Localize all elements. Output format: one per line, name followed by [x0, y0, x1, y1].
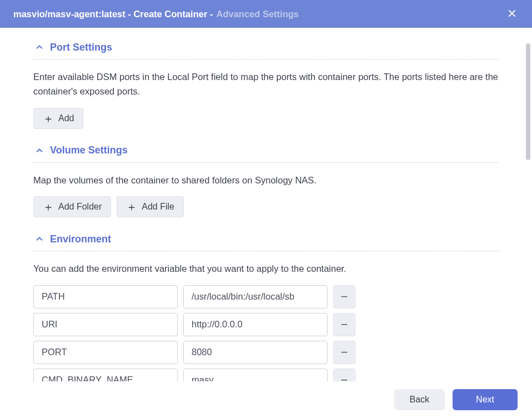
chevron-up-icon	[33, 233, 46, 245]
env-key-input[interactable]	[33, 285, 178, 308]
environment-section: Environment You can add the environment …	[33, 233, 499, 381]
plus-icon: ＋	[43, 113, 54, 124]
environment-title: Environment	[50, 233, 111, 245]
add-port-button[interactable]: ＋ Add	[33, 108, 83, 129]
env-value-input[interactable]	[183, 369, 328, 381]
add-port-label: Add	[58, 113, 74, 123]
port-settings-section: Port Settings Enter available DSM ports …	[33, 41, 499, 129]
add-folder-label: Add Folder	[58, 202, 102, 212]
volume-settings-section: Volume Settings Map the volumes of the c…	[33, 145, 499, 217]
chevron-up-icon	[33, 145, 46, 157]
env-value-input[interactable]	[183, 313, 328, 336]
title-subtitle: Advanced Settings	[216, 9, 299, 19]
env-value-input[interactable]	[183, 285, 328, 308]
port-settings-description: Enter available DSM ports in the Local P…	[33, 69, 499, 99]
title-bar: masvio/masv-agent:latest - Create Contai…	[0, 0, 532, 28]
remove-env-button[interactable]: −	[333, 341, 355, 364]
footer: Back Next	[0, 381, 532, 418]
environment-row: −	[33, 285, 499, 308]
minus-icon: −	[341, 345, 348, 360]
volume-settings-title: Volume Settings	[50, 145, 128, 156]
env-key-input[interactable]	[33, 369, 178, 381]
next-button[interactable]: Next	[453, 389, 518, 410]
remove-env-button[interactable]: −	[333, 313, 355, 336]
add-file-button[interactable]: ＋ Add File	[117, 196, 184, 217]
title-image-tag: masvio/masv-agent:latest - Create Contai…	[13, 9, 213, 19]
env-value-input[interactable]	[183, 341, 328, 364]
environment-row: −	[33, 369, 499, 381]
add-file-label: Add File	[142, 202, 174, 212]
environment-description: You can add the environment variable tha…	[33, 261, 499, 276]
env-key-input[interactable]	[33, 313, 178, 336]
minus-icon: −	[341, 373, 348, 381]
minus-icon: −	[341, 290, 348, 304]
environment-rows: −−−−	[33, 285, 499, 381]
environment-row: −	[33, 341, 499, 364]
port-settings-header[interactable]: Port Settings	[33, 41, 499, 59]
volume-settings-header[interactable]: Volume Settings	[33, 145, 499, 163]
back-button[interactable]: Back	[394, 389, 445, 410]
minus-icon: −	[341, 317, 348, 332]
environment-header[interactable]: Environment	[33, 233, 499, 251]
remove-env-button[interactable]: −	[333, 285, 355, 308]
close-icon[interactable]	[503, 4, 521, 24]
add-folder-button[interactable]: ＋ Add Folder	[33, 196, 111, 217]
plus-icon: ＋	[126, 201, 137, 212]
plus-icon: ＋	[43, 201, 54, 212]
chevron-up-icon	[33, 41, 46, 53]
remove-env-button[interactable]: −	[333, 369, 355, 381]
content-area: Port Settings Enter available DSM ports …	[0, 28, 532, 381]
port-settings-title: Port Settings	[50, 42, 112, 53]
env-key-input[interactable]	[33, 341, 178, 364]
scrollbar-thumb[interactable]	[526, 43, 530, 160]
environment-row: −	[33, 313, 499, 336]
volume-settings-description: Map the volumes of the container to shar…	[33, 173, 499, 187]
